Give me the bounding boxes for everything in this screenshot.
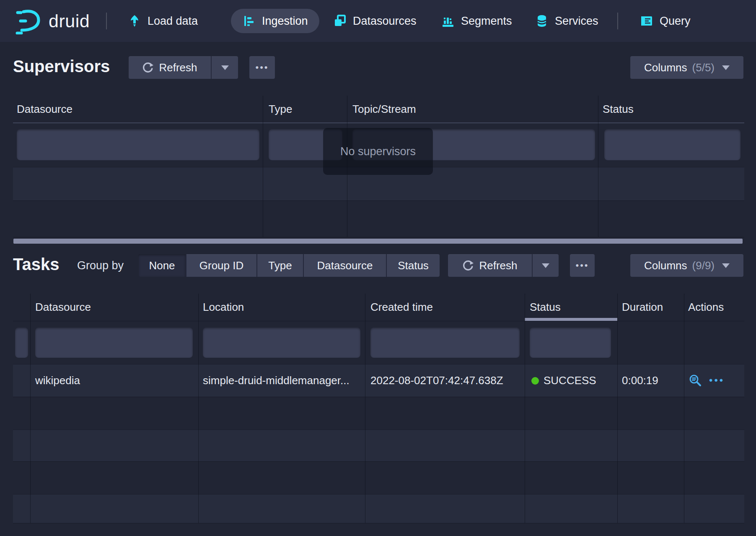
supervisors-columns-button[interactable]: Columns (5/5) xyxy=(630,56,743,79)
tasks-table: Datasource Location Created time Status … xyxy=(13,294,744,523)
row-divider xyxy=(13,237,744,237)
cell-duration: 0:00:19 xyxy=(622,364,658,397)
nav-item-ingestion[interactable]: Ingestion xyxy=(231,9,319,33)
chevron-down-icon xyxy=(722,263,730,268)
nav-item-segments[interactable]: Segments xyxy=(441,0,512,42)
refresh-label: Refresh xyxy=(159,61,197,74)
sort-indicator-status xyxy=(525,318,617,321)
cell-location: simple-druid-middlemanager... xyxy=(203,364,350,397)
task-created-time-filter-input[interactable] xyxy=(370,328,520,358)
nav-item-query[interactable]: Query xyxy=(640,0,691,42)
columns-label: Columns xyxy=(644,259,687,272)
segments-icon xyxy=(441,14,455,28)
row-divider xyxy=(13,200,744,201)
column-header-location[interactable]: Location xyxy=(203,294,244,321)
supervisors-more-button[interactable]: ••• xyxy=(249,56,275,79)
group-by-none-button[interactable]: None xyxy=(138,254,186,277)
column-divider xyxy=(617,294,618,523)
datasources-icon xyxy=(333,14,347,28)
columns-count: (5/5) xyxy=(692,61,715,74)
druid-console: druid Load data xyxy=(0,0,756,536)
tasks-refresh-button[interactable]: Refresh xyxy=(448,254,532,277)
no-supervisors-overlay: No supervisors xyxy=(323,128,433,175)
group-by-datasource-button[interactable]: Datasource xyxy=(303,254,386,277)
supervisors-refresh-dropdown-button[interactable] xyxy=(211,56,238,79)
task-actions-more-button[interactable]: ••• xyxy=(709,364,725,397)
column-header-type[interactable]: Type xyxy=(269,96,292,123)
magnify-icon xyxy=(689,374,702,387)
nav-item-label: Query xyxy=(660,15,691,28)
nav-divider xyxy=(617,13,618,29)
tasks-columns-button[interactable]: Columns (9/9) xyxy=(630,254,743,277)
supervisor-datasource-filter-input[interactable] xyxy=(17,129,259,160)
column-header-datasource[interactable]: Datasource xyxy=(17,96,72,123)
columns-label: Columns xyxy=(644,61,687,74)
top-nav: druid Load data xyxy=(0,0,756,42)
nav-item-label: Datasources xyxy=(353,15,417,28)
group-by-label: Group by xyxy=(77,254,124,277)
task-detail-magnify-button[interactable] xyxy=(689,374,702,387)
column-header-topic-stream[interactable]: Topic/Stream xyxy=(352,96,416,123)
supervisors-title: Supervisors xyxy=(13,57,110,76)
nav-divider xyxy=(106,13,107,29)
row-divider xyxy=(13,429,744,430)
tasks-refresh-dropdown-button[interactable] xyxy=(532,254,559,277)
column-header-status[interactable]: Status xyxy=(603,96,634,123)
more-icon: ••• xyxy=(575,261,589,270)
nav-item-load-data[interactable]: Load data xyxy=(128,0,198,42)
ingestion-icon xyxy=(242,14,256,28)
column-divider xyxy=(365,294,365,523)
task-datasource-filter-input[interactable] xyxy=(35,328,193,358)
more-icon: ••• xyxy=(255,63,269,72)
table-row[interactable] xyxy=(13,494,744,523)
druid-logo-icon xyxy=(15,8,43,34)
column-header-datasource[interactable]: Datasource xyxy=(35,294,91,321)
tasks-title: Tasks xyxy=(13,255,59,274)
column-divider xyxy=(598,96,598,237)
table-row[interactable] xyxy=(13,429,744,461)
brand-name: druid xyxy=(49,11,90,31)
task-status-filter-input[interactable] xyxy=(530,328,611,358)
column-header-duration[interactable]: Duration xyxy=(622,294,663,321)
refresh-label: Refresh xyxy=(479,259,517,272)
row-divider xyxy=(13,397,744,397)
group-by-type-button[interactable]: Type xyxy=(256,254,303,277)
refresh-icon xyxy=(462,260,474,271)
refresh-icon xyxy=(142,62,154,73)
nav-item-label: Segments xyxy=(461,15,512,28)
group-by-button-group: None Group ID Type Datasource Status xyxy=(138,254,440,277)
row-divider xyxy=(13,523,744,523)
column-divider xyxy=(30,294,31,523)
chevron-down-icon xyxy=(221,65,229,70)
row-divider xyxy=(13,494,744,494)
group-by-group-id-button[interactable]: Group ID xyxy=(186,254,256,277)
supervisors-table: Datasource Type Topic/Stream Status No s… xyxy=(13,96,744,244)
tasks-more-button[interactable]: ••• xyxy=(570,254,595,277)
horizontal-scrollbar[interactable] xyxy=(13,239,743,244)
success-status-dot xyxy=(531,377,539,385)
column-header-actions[interactable]: Actions xyxy=(688,294,724,321)
services-icon xyxy=(535,14,549,28)
supervisor-status-filter-input[interactable] xyxy=(604,129,740,160)
supervisors-refresh-button[interactable]: Refresh xyxy=(129,56,211,79)
column-header-created-time[interactable]: Created time xyxy=(370,294,433,321)
column-header-status[interactable]: Status xyxy=(530,294,561,321)
cell-datasource: wikipedia xyxy=(35,364,80,397)
nav-item-services[interactable]: Services xyxy=(535,0,598,42)
query-icon xyxy=(640,14,653,28)
druid-logo[interactable]: druid xyxy=(15,0,90,42)
cell-created-time: 2022-08-02T07:42:47.638Z xyxy=(370,364,503,397)
task-location-filter-input[interactable] xyxy=(203,328,360,358)
row-divider xyxy=(13,461,744,462)
column-divider xyxy=(684,294,684,523)
nav-item-label: Load data xyxy=(148,15,198,28)
empty-message: No supervisors xyxy=(340,145,416,158)
column-divider xyxy=(263,96,263,237)
load-data-icon xyxy=(128,14,141,28)
nav-item-datasources[interactable]: Datasources xyxy=(333,0,417,42)
chevron-down-icon xyxy=(542,263,549,268)
columns-count: (9/9) xyxy=(692,259,715,272)
group-by-status-button[interactable]: Status xyxy=(386,254,440,277)
header-underline xyxy=(13,321,744,321)
task-id-filter-input[interactable] xyxy=(15,328,28,358)
